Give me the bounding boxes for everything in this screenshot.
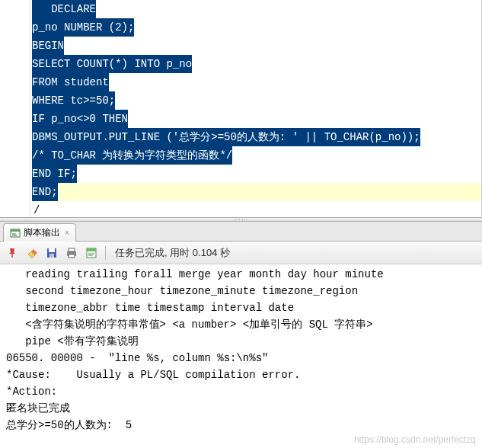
output-line: pipe <带有字符集说明: [6, 333, 476, 350]
save-icon[interactable]: [44, 245, 59, 261]
code-line-2: p_no NUMBER (2);: [32, 18, 134, 37]
code-line-1: DECLARE: [32, 0, 96, 18]
line-gutter: [0, 0, 30, 217]
script-output-icon: [10, 228, 21, 238]
output-line: *Cause: Usually a PL/SQL compilation err…: [6, 366, 476, 383]
output-line: <含字符集说明的字符串常值> <a number> <加单引号的 SQL 字符串…: [6, 316, 476, 333]
svg-rect-6: [49, 248, 55, 252]
code-line-5: FROM student: [32, 73, 109, 91]
output-line: *Action:: [6, 383, 476, 400]
output-pane: 脚本输出 × 任务已完成, 用时 0.104 秒 reading trailin…: [0, 222, 482, 448]
code-line-12: /: [32, 201, 481, 217]
tab-close-icon[interactable]: ×: [63, 229, 71, 237]
code-line-7: IF p_no<>0 THEN: [32, 110, 128, 128]
toolbar-separator: [105, 246, 106, 260]
code-line-4: SELECT COUNT(*) INTO p_no: [32, 55, 192, 73]
pin-icon[interactable]: [5, 245, 20, 261]
sql-icon[interactable]: [84, 245, 99, 261]
code-area[interactable]: DECLARE p_no NUMBER (2); BEGIN SELECT CO…: [30, 0, 481, 217]
svg-rect-12: [87, 248, 96, 251]
output-line: second timezone_hour timezone_minute tim…: [6, 283, 476, 299]
output-line: 总学分>=50的人数为: 5: [6, 417, 476, 434]
tab-script-output[interactable]: 脚本输出 ×: [3, 223, 76, 242]
print-icon[interactable]: [64, 245, 79, 261]
svg-rect-7: [49, 254, 54, 258]
output-line: 06550. 00000 - "line %s, column %s:\n%s": [6, 350, 476, 366]
tab-label: 脚本输出: [24, 226, 60, 239]
output-line: reading trailing forall merge year month…: [6, 266, 476, 283]
output-tab-bar: 脚本输出 ×: [0, 222, 482, 242]
sql-editor-pane: DECLARE p_no NUMBER (2); BEGIN SELECT CO…: [0, 0, 482, 217]
clear-icon[interactable]: [24, 245, 40, 261]
code-line-6: WHERE tc>=50;: [32, 91, 115, 110]
svg-rect-10: [69, 254, 75, 258]
status-text: 任务已完成, 用时 0.104 秒: [115, 246, 230, 260]
code-line-11: END;: [32, 183, 58, 201]
output-line: 匿名块已完成: [6, 400, 476, 417]
output-body[interactable]: reading trailing forall merge year month…: [0, 264, 482, 448]
code-line-3: BEGIN: [32, 37, 64, 55]
code-line-8: DBMS_OUTPUT.PUT_LINE ('总学分>=50的人数为: ' ||…: [32, 128, 420, 146]
output-line: timezone_abbr time timestamp interval da…: [6, 299, 476, 316]
output-toolbar: 任务已完成, 用时 0.104 秒: [0, 242, 482, 264]
watermark: https://blog.csdn.net/perfectzq: [354, 434, 476, 445]
code-line-10: END IF;: [32, 165, 77, 183]
code-line-9: /* TO_CHAR 为转换为字符类型的函数*/: [32, 146, 232, 165]
svg-rect-1: [11, 229, 20, 232]
svg-rect-9: [69, 248, 75, 251]
